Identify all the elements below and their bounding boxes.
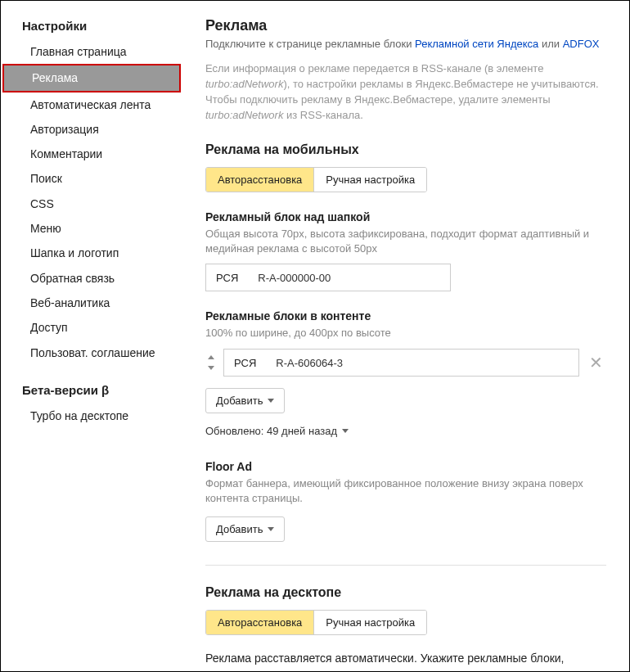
sidebar-item-search[interactable]: Поиск bbox=[1, 166, 182, 191]
sidebar-item-turbo-desktop[interactable]: Турбо на десктопе bbox=[1, 404, 182, 428]
mobile-segment: Авторасстановка Ручная настройка bbox=[205, 167, 427, 192]
drag-handle-icon[interactable] bbox=[205, 355, 217, 370]
block-over-header-title: Рекламный блок над шапкой bbox=[205, 210, 606, 223]
sidebar-item-auth[interactable]: Авторизация bbox=[1, 117, 182, 142]
rss-note-em1: turbo:adNetwork bbox=[205, 78, 283, 90]
sidebar-item-agreement[interactable]: Пользоват. соглашение bbox=[1, 341, 182, 365]
link-adfox[interactable]: ADFOX bbox=[563, 38, 600, 50]
updated-info[interactable]: Обновлено: 49 дней назад bbox=[205, 425, 606, 437]
sidebar-item-access[interactable]: Доступ bbox=[1, 315, 182, 340]
mobile-ads-title: Реклама на мобильных bbox=[205, 142, 606, 157]
sidebar-heading-settings: Настройки bbox=[1, 12, 182, 39]
sidebar-item-header-logo[interactable]: Шапка и логотип bbox=[1, 241, 182, 265]
sidebar-item-comments[interactable]: Комментарии bbox=[1, 142, 182, 166]
block-content-row[interactable]: РСЯ R-A-606064-3 bbox=[223, 349, 579, 377]
desktop-note: Реклама расставляется автоматически. Ука… bbox=[205, 650, 606, 671]
separator bbox=[205, 565, 606, 566]
chevron-down-icon bbox=[342, 429, 349, 433]
rss-note: Если информация о рекламе передается в R… bbox=[205, 61, 606, 123]
rss-note-a: Если информация о рекламе передается в R… bbox=[205, 62, 543, 74]
sidebar-item-analytics[interactable]: Веб-аналитика bbox=[1, 291, 182, 315]
add-label: Добавить bbox=[216, 523, 263, 535]
page-title: Реклама bbox=[205, 17, 606, 34]
subhead-text: Подключите к странице рекламные блоки bbox=[205, 38, 415, 50]
segment-manual[interactable]: Ручная настройка bbox=[313, 168, 426, 192]
segment-auto[interactable]: Авторасстановка bbox=[206, 168, 313, 192]
sidebar-item-feedback[interactable]: Обратная связь bbox=[1, 266, 182, 291]
block-content-net: РСЯ bbox=[224, 350, 266, 376]
sidebar-item-ads[interactable]: Реклама bbox=[2, 64, 181, 92]
sidebar-item-home[interactable]: Главная страница bbox=[1, 39, 182, 64]
desktop-segment: Авторасстановка Ручная настройка bbox=[205, 610, 427, 635]
block-content-title: Рекламные блоки в контенте bbox=[205, 309, 606, 322]
rss-note-em2: turbo:adNetwork bbox=[205, 109, 283, 121]
subhead-mid: или bbox=[538, 38, 562, 50]
content: Реклама Подключите к странице рекламные … bbox=[182, 1, 629, 671]
segment-auto-desktop[interactable]: Авторасстановка bbox=[206, 611, 313, 634]
sidebar-list-settings: Главная страница Реклама Автоматическая … bbox=[1, 39, 182, 365]
floor-ad-desc: Формат баннера, имеющий фиксированное по… bbox=[205, 476, 606, 505]
rss-note-c: из RSS-канала. bbox=[283, 109, 363, 121]
block-over-header-row[interactable]: РСЯ R-A-000000-00 bbox=[205, 264, 451, 291]
block-content-id: R-A-606064-3 bbox=[266, 357, 353, 369]
desktop-ads-title: Реклама на десктопе bbox=[205, 585, 606, 600]
updated-label: Обновлено: 49 дней назад bbox=[205, 425, 337, 437]
block-over-header-id: R-A-000000-00 bbox=[248, 272, 340, 284]
block-over-header-desc: Общая высота 70px, высота зафиксирована,… bbox=[205, 227, 606, 255]
sidebar-item-autofeed[interactable]: Автоматическая лента bbox=[1, 92, 182, 117]
sidebar-heading-beta: Бета-версии β bbox=[1, 377, 182, 404]
link-yan[interactable]: Рекламной сети Яндекса bbox=[415, 38, 538, 50]
block-content-desc: 100% по ширине, до 400px по высоте bbox=[205, 326, 606, 341]
floor-ad-title: Floor Ad bbox=[205, 460, 606, 473]
add-label: Добавить bbox=[216, 395, 263, 407]
sidebar-list-beta: Турбо на десктопе bbox=[1, 404, 182, 428]
block-over-header-net: РСЯ bbox=[206, 264, 248, 291]
segment-manual-desktop[interactable]: Ручная настройка bbox=[313, 611, 426, 634]
add-content-block-button[interactable]: Добавить bbox=[205, 388, 285, 413]
chevron-down-icon bbox=[268, 527, 274, 531]
chevron-down-icon bbox=[268, 399, 274, 403]
remove-block-icon[interactable]: ✕ bbox=[586, 353, 606, 372]
sidebar-item-css[interactable]: CSS bbox=[1, 192, 182, 216]
sidebar-item-menu[interactable]: Меню bbox=[1, 216, 182, 241]
page-subhead: Подключите к странице рекламные блоки Ре… bbox=[205, 38, 606, 50]
add-floor-ad-button[interactable]: Добавить bbox=[205, 516, 285, 542]
sidebar: Настройки Главная страница Реклама Автом… bbox=[1, 1, 182, 671]
